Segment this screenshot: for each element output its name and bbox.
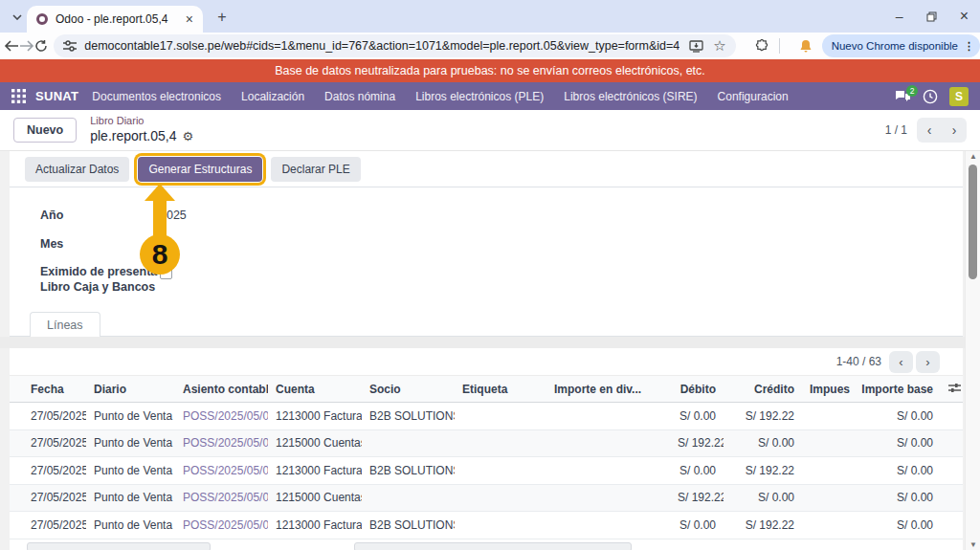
nav-item-0[interactable]: Documentos electronicos [92,90,221,103]
table-cell[interactable]: Punto de Venta [86,429,175,457]
nav-item-1[interactable]: Localización [241,90,304,103]
table-cell[interactable]: 1213000 Facturas... [268,457,362,485]
tab-close-icon[interactable]: × [184,11,195,27]
breadcrumb-parent[interactable]: Libro Diario [90,115,193,128]
table-cell[interactable] [362,429,455,457]
table-cell[interactable]: Punto de Venta [86,512,175,539]
table-cell[interactable] [455,429,546,457]
table-cell[interactable]: 27/05/2025 [10,457,86,485]
table-cell[interactable] [546,429,670,457]
table-cell[interactable]: Punto de Venta [86,457,175,485]
restore-button[interactable] [926,11,937,22]
table-cell[interactable]: 27/05/2025 [10,403,86,430]
table-cell[interactable] [802,484,850,512]
column-header-6[interactable]: Importe en div... [546,376,670,403]
table-cell[interactable]: 1215000 Cuentas... [268,484,362,512]
table-row-2[interactable]: 27/05/2025Punto de VentaPOSS/2025/05/0..… [10,457,963,485]
table-cell[interactable]: 1213000 Facturas... [268,403,362,430]
table-cell[interactable] [455,512,546,539]
column-header-10[interactable]: Importe base [850,376,941,403]
table-cell[interactable] [455,457,546,485]
nav-item-4[interactable]: Libros electrónicos (SIRE) [564,90,697,103]
table-cell[interactable] [802,457,850,485]
table-cell[interactable]: POSS/2025/05/0... [175,484,268,512]
column-header-7[interactable]: Débito [670,376,724,403]
table-cell[interactable]: S/ 192.22 [724,403,802,430]
messages-button[interactable]: 2 [895,90,911,103]
url-text[interactable]: democontable17.solse.pe/web#cids=1&menu_… [84,39,679,53]
table-cell[interactable]: Punto de Venta [86,403,175,430]
apps-grid-icon[interactable] [11,89,26,103]
pager-previous-button[interactable]: ‹ [917,122,942,138]
column-header-4[interactable]: Socio [362,376,455,403]
list-pager-next-button[interactable]: › [916,351,940,373]
table-cell[interactable]: S/ 0.00 [850,512,941,539]
table-cell[interactable]: S/ 0.00 [850,429,941,457]
table-row-1[interactable]: 27/05/2025Punto de VentaPOSS/2025/05/0..… [10,429,963,457]
table-cell[interactable]: 27/05/2025 [10,484,86,512]
table-cell[interactable]: POSS/2025/05/0... [175,512,268,539]
table-cell[interactable]: S/ 0.00 [850,457,941,485]
gear-icon[interactable]: ⚙ [183,129,194,144]
table-cell[interactable] [546,403,670,430]
table-cell[interactable]: POSS/2025/05/0... [175,429,268,457]
table-cell[interactable]: S/ 192.22 [670,484,724,512]
scroll-up-icon[interactable]: ▲ [966,152,980,161]
table-cell[interactable] [546,484,670,512]
table-cell[interactable] [455,484,546,512]
table-cell[interactable] [455,403,546,430]
column-header-5[interactable]: Etiqueta [455,376,546,403]
table-cell[interactable]: 1215000 Cuentas... [268,429,362,457]
table-cell[interactable] [802,403,850,430]
columns-adjust-icon[interactable] [941,376,963,403]
declarar-ple-button[interactable]: Declarar PLE [271,157,360,182]
list-pager-previous-button[interactable]: ‹ [889,351,913,373]
column-header-9[interactable]: Impuesto [802,376,850,403]
browser-menu-icon[interactable]: ⋮ [964,41,974,52]
nav-item-2[interactable]: Datos nómina [324,90,395,103]
address-bar[interactable]: democontable17.solse.pe/web#cids=1&menu_… [54,34,735,57]
chrome-update-chip[interactable]: Nuevo Chrome disponible ⋮ [822,34,980,57]
minimize-button[interactable]: – [896,9,903,24]
reload-button[interactable] [34,34,48,57]
table-cell[interactable]: S/ 0.00 [670,512,724,539]
column-header-0[interactable]: Fecha [10,376,86,403]
table-cell[interactable]: POSS/2025/05/0... [175,457,268,485]
table-row-0[interactable]: 27/05/2025Punto de VentaPOSS/2025/05/0..… [10,403,963,430]
column-header-8[interactable]: Crédito [724,376,802,403]
table-cell[interactable]: S/ 0.00 [850,484,941,512]
new-tab-button[interactable]: + [212,8,232,27]
table-cell[interactable]: POSS/2025/05/0... [175,403,268,430]
table-cell[interactable]: S/ 192.22 [670,429,724,457]
column-header-1[interactable]: Diario [86,376,175,403]
table-cell[interactable]: S/ 0.00 [724,484,802,512]
table-cell[interactable] [362,484,455,512]
tab-search-button[interactable] [8,8,27,27]
back-button[interactable] [4,34,19,57]
table-cell[interactable]: S/ 0.00 [670,457,724,485]
scrollbar-thumb[interactable] [969,165,977,279]
new-record-button[interactable]: Nuevo [13,118,77,143]
table-cell[interactable] [802,429,850,457]
table-cell[interactable]: 27/05/2025 [10,512,86,539]
scroll-down-icon[interactable]: ▼ [966,540,980,549]
site-settings-icon[interactable] [63,40,77,52]
table-cell[interactable]: B2B SOLUTIONS ... [362,512,455,539]
close-button[interactable]: × [960,8,969,25]
tab-lineas[interactable]: Líneas [30,312,100,337]
table-cell[interactable]: Punto de Venta [86,484,175,512]
table-cell[interactable]: S/ 0.00 [850,403,941,430]
table-cell[interactable] [802,512,850,539]
table-cell[interactable]: 27/05/2025 [10,429,86,457]
install-app-icon[interactable] [689,40,703,53]
table-cell[interactable]: S/ 192.22 [724,512,802,539]
browser-tab[interactable]: Odoo - ple.report.05,4 × [27,6,203,33]
table-row-partial[interactable] [10,539,963,550]
table-cell[interactable]: S/ 0.00 [670,403,724,430]
actualizar-datos-button[interactable]: Actualizar Datos [25,157,129,182]
table-row-3[interactable]: 27/05/2025Punto de VentaPOSS/2025/05/0..… [10,484,963,512]
table-cell[interactable]: 1213000 Facturas... [268,512,362,539]
forward-button[interactable] [19,34,34,57]
table-cell[interactable]: B2B SOLUTIONS ... [362,457,455,485]
table-cell[interactable] [546,457,670,485]
